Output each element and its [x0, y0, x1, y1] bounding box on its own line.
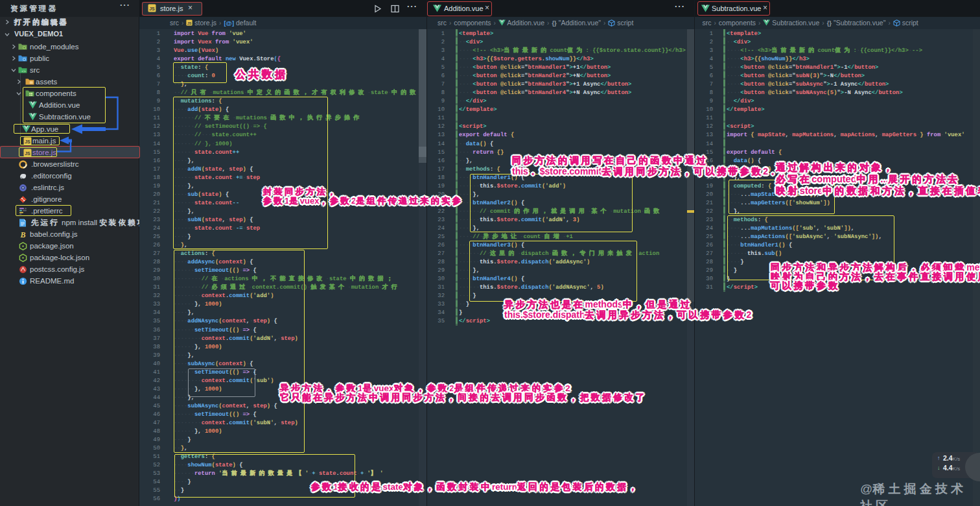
svg-text:B: B [19, 230, 25, 239]
